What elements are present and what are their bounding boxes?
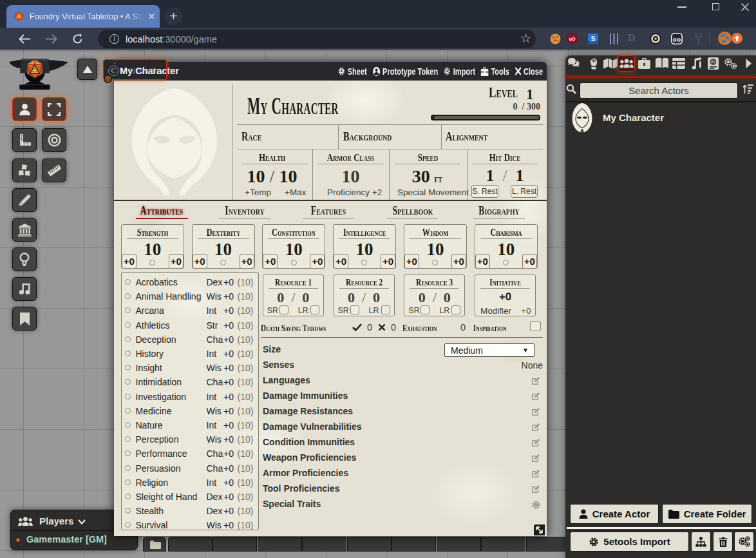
svg-text:uO: uO — [569, 37, 576, 41]
svg-text:S: S — [591, 35, 596, 43]
